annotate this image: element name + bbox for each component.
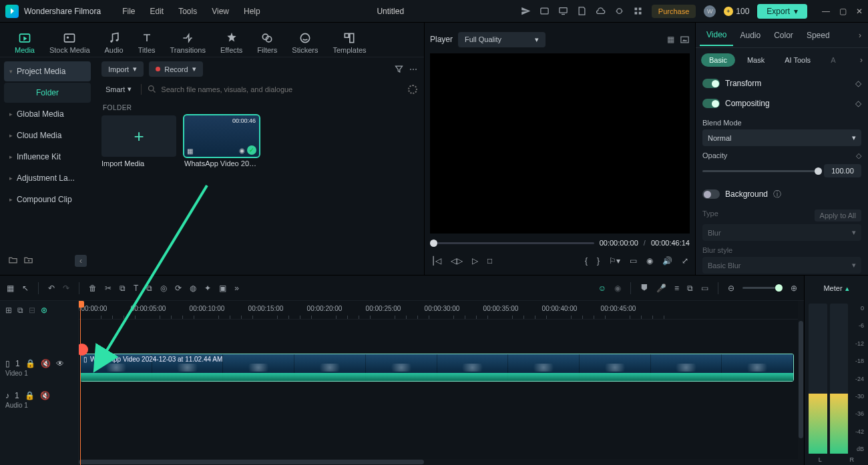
- speed-icon[interactable]: ⟳: [175, 284, 182, 293]
- meter-caret-icon[interactable]: ▴: [845, 284, 849, 293]
- timeline-ruler[interactable]: 00:00:00:0000:00:05:0000:00:10:0000:00:1…: [79, 301, 798, 320]
- purchase-button[interactable]: Purchase: [652, 5, 696, 18]
- prev-frame-icon[interactable]: ⎮◁: [431, 256, 441, 266]
- track-icon[interactable]: ◎: [160, 284, 167, 293]
- filter-icon[interactable]: [394, 64, 404, 74]
- search-input[interactable]: [161, 85, 403, 93]
- player-viewport[interactable]: [430, 53, 690, 234]
- menu-edit[interactable]: Edit: [150, 7, 164, 16]
- toggle-compositing[interactable]: [702, 99, 720, 108]
- menu-view[interactable]: View: [212, 7, 229, 16]
- apply-to-all-button[interactable]: Apply to All: [815, 209, 861, 221]
- win-minimize[interactable]: —: [822, 7, 830, 16]
- tab-audio[interactable]: Audio: [101, 29, 128, 57]
- insp-sub-scroll[interactable]: ›: [860, 55, 863, 65]
- playhead[interactable]: [80, 301, 81, 465]
- sidebar-compound-clip[interactable]: ▸Compound Clip: [4, 189, 91, 209]
- record-tl-icon[interactable]: ◉: [614, 284, 621, 293]
- insp-tab-speed[interactable]: Speed: [800, 25, 837, 45]
- tab-titles[interactable]: Titles: [134, 29, 160, 57]
- tab-transitions[interactable]: Transitions: [166, 29, 210, 57]
- undo-icon[interactable]: ↶: [48, 284, 55, 293]
- more-icon[interactable]: ⋯: [409, 65, 417, 74]
- more-tools-icon[interactable]: »: [234, 284, 239, 293]
- sidebar-global-media[interactable]: ▸Global Media: [4, 104, 91, 124]
- timeline-zoom-slider[interactable]: [742, 287, 783, 289]
- timeline-hscroll[interactable]: [79, 459, 798, 465]
- color-icon[interactable]: ◍: [190, 284, 196, 293]
- cloud-icon[interactable]: [596, 6, 606, 17]
- apps-icon[interactable]: [633, 6, 644, 17]
- zoom-in-icon[interactable]: ⊕: [791, 284, 797, 293]
- timeline-clip[interactable]: ▯WhatsApp Video 2024-12-03 at 11.02.44 A…: [80, 354, 794, 382]
- insp-sub-mask[interactable]: Mask: [739, 53, 773, 67]
- lock-icon[interactable]: 🔒: [25, 391, 35, 400]
- support-icon[interactable]: [614, 6, 625, 17]
- keyframe-icon[interactable]: ◇: [855, 99, 861, 108]
- tab-stock[interactable]: Stock Media: [45, 29, 94, 57]
- send-icon[interactable]: [521, 6, 531, 17]
- bg-type-select[interactable]: Blur▾: [702, 224, 861, 241]
- smart-dropdown[interactable]: Smart▾: [101, 82, 136, 96]
- tab-templates[interactable]: Templates: [329, 29, 370, 57]
- copy-icon[interactable]: ⧉: [146, 284, 152, 293]
- step-back-icon[interactable]: ◁▷: [451, 256, 463, 266]
- mark-in-icon[interactable]: {: [585, 256, 588, 266]
- delete-icon[interactable]: 🗑: [89, 284, 97, 293]
- mute-icon[interactable]: 🔇: [40, 391, 50, 400]
- tab-effects[interactable]: Effects: [216, 29, 246, 57]
- stop-icon[interactable]: □: [487, 256, 492, 266]
- smiley-icon[interactable]: ☺: [598, 284, 606, 293]
- toggle-transform[interactable]: [702, 79, 720, 88]
- split-icon[interactable]: ✂: [105, 284, 112, 293]
- sidebar-project-media[interactable]: ▾Project Media: [4, 61, 91, 81]
- fullscreen-icon[interactable]: ⤢: [682, 256, 688, 266]
- blur-style-select[interactable]: Basic Blur▾: [702, 257, 861, 274]
- tab-filters[interactable]: Filters: [253, 29, 281, 57]
- coin-balance[interactable]: ✦100: [724, 7, 749, 16]
- user-avatar[interactable]: W: [704, 5, 716, 17]
- insp-tab-video[interactable]: Video: [700, 25, 733, 46]
- library-icon[interactable]: [539, 6, 550, 17]
- tl-magnet-icon[interactable]: ⊛: [41, 306, 47, 315]
- menu-tools[interactable]: Tools: [178, 7, 197, 16]
- marker-tl-icon[interactable]: ▭: [701, 284, 708, 293]
- redo-icon[interactable]: ↷: [63, 284, 69, 293]
- import-media-tile[interactable]: + Import Media: [101, 115, 176, 167]
- tab-stickers[interactable]: Stickers: [288, 29, 322, 57]
- sidebar-adjustment-layer[interactable]: ▸Adjustment La...: [4, 168, 91, 188]
- export-button[interactable]: Export▾: [757, 4, 807, 19]
- player-quality-select[interactable]: Full Quality▾: [458, 32, 546, 47]
- audio-track-header[interactable]: ♪1🔒🔇 Audio 1: [0, 384, 78, 416]
- insp-sub-basic[interactable]: Basic: [701, 53, 735, 67]
- opacity-slider[interactable]: [702, 170, 819, 172]
- new-folder-icon[interactable]: [8, 255, 18, 267]
- tl-select-icon[interactable]: ▦: [7, 284, 14, 293]
- sidebar-influence-kit[interactable]: ▸Influence Kit: [4, 147, 91, 167]
- win-close[interactable]: ✕: [856, 7, 863, 16]
- play-icon[interactable]: ▷: [472, 256, 478, 266]
- grid-view-icon[interactable]: ▦: [667, 35, 674, 44]
- tl-view-1-icon[interactable]: ⊞: [5, 306, 12, 315]
- insp-tab-audio[interactable]: Audio: [733, 25, 767, 45]
- import-dropdown[interactable]: Import▾: [101, 61, 144, 77]
- mute-icon[interactable]: 🔇: [41, 359, 51, 368]
- insp-tab-color[interactable]: Color: [767, 25, 800, 45]
- new-bin-icon[interactable]: [23, 255, 33, 267]
- save-icon[interactable]: [577, 6, 588, 17]
- menu-file[interactable]: File: [122, 7, 135, 16]
- sidebar-folder[interactable]: Folder: [4, 83, 91, 103]
- display-icon[interactable]: ▭: [630, 256, 637, 266]
- player-scrubber[interactable]: [430, 242, 594, 244]
- zoom-out-icon[interactable]: ⊖: [728, 284, 734, 293]
- crop-icon[interactable]: ⧉: [120, 284, 126, 293]
- link-icon[interactable]: ⧉: [687, 284, 693, 293]
- info-icon[interactable]: ⓘ: [773, 189, 781, 200]
- camera-icon[interactable]: ◉: [646, 256, 653, 266]
- sidebar-cloud-media[interactable]: ▸Cloud Media: [4, 125, 91, 145]
- win-maximize[interactable]: ▢: [839, 7, 847, 16]
- mic-icon[interactable]: 🎤: [656, 284, 666, 293]
- effects-tl-icon[interactable]: ▣: [219, 284, 226, 293]
- timeline-tracks[interactable]: 00:00:00:0000:00:05:0000:00:10:0000:00:1…: [79, 301, 798, 465]
- keyframe-icon[interactable]: ◇: [856, 151, 861, 160]
